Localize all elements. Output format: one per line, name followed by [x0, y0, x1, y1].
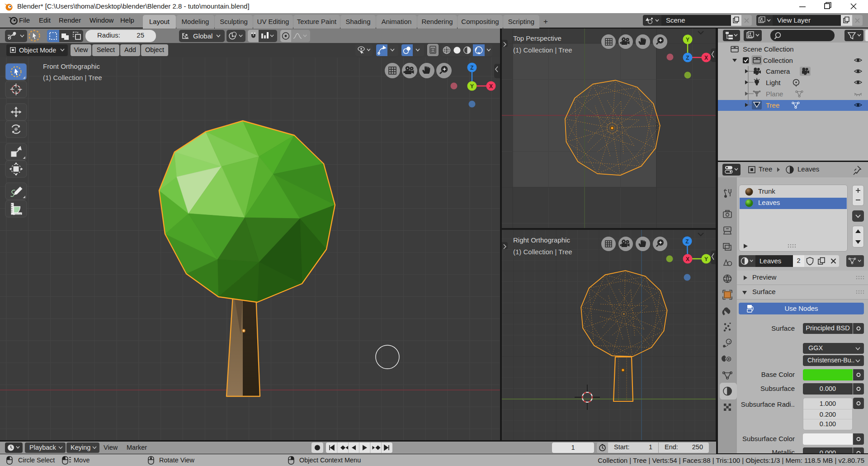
- svg-text:(1) Collection | Tree: (1) Collection | Tree: [43, 74, 102, 81]
- svg-text:Front Orthographic: Front Orthographic: [43, 62, 100, 70]
- svg-text:Plane: Plane: [766, 90, 783, 98]
- svg-text:Tree: Tree: [766, 101, 779, 109]
- svg-text:Z: Z: [686, 55, 689, 61]
- svg-text:Z: Z: [685, 238, 689, 245]
- svg-text:Object Mode: Object Mode: [19, 47, 56, 54]
- svg-text:Y: Y: [686, 37, 689, 43]
- svg-text:Y: Y: [470, 83, 474, 90]
- svg-text:Global: Global: [193, 32, 212, 40]
- svg-text:Scene Collection: Scene Collection: [743, 45, 794, 53]
- svg-text:Top Perspective: Top Perspective: [513, 34, 561, 42]
- svg-text:Right Orthographic: Right Orthographic: [513, 236, 570, 244]
- svg-text:(1) Collection | Tree: (1) Collection | Tree: [513, 248, 572, 256]
- svg-text:X: X: [704, 55, 708, 61]
- svg-text:Y: Y: [704, 256, 708, 262]
- svg-text:Z: Z: [470, 65, 473, 71]
- svg-text:X: X: [686, 256, 689, 262]
- svg-text:Camera: Camera: [766, 67, 790, 75]
- svg-text:Collection: Collection: [763, 57, 793, 64]
- svg-text:(1) Collection | Tree: (1) Collection | Tree: [513, 46, 572, 54]
- svg-text:X: X: [489, 83, 493, 90]
- svg-text:Light: Light: [766, 79, 781, 86]
